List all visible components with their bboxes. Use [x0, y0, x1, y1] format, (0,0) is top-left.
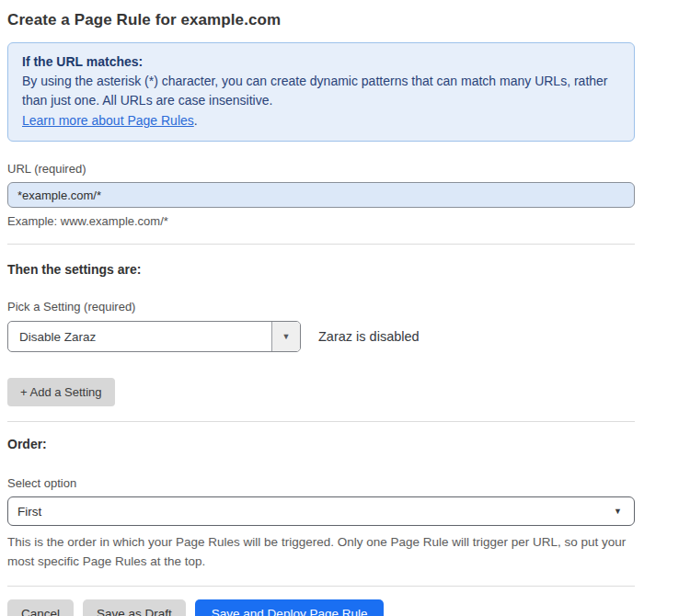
save-and-deploy-button[interactable]: Save and Deploy Page Rule: [195, 599, 385, 616]
order-select-value: First: [17, 505, 41, 519]
url-field-label: URL (required): [7, 162, 86, 176]
setting-select-value: Disable Zaraz: [8, 322, 271, 351]
chevron-down-icon: ▼: [282, 333, 291, 341]
page-title: Create a Page Rule for example.com: [7, 11, 690, 29]
settings-heading: Then the settings are:: [7, 262, 635, 278]
form-actions: Cancel Save as Draft Save and Deploy Pag…: [7, 599, 635, 616]
setting-status-text: Zaraz is disabled: [318, 329, 420, 344]
setting-select[interactable]: Disable Zaraz ▼: [7, 321, 301, 352]
order-helper-text: This is the order in which your Page Rul…: [7, 532, 635, 571]
page-rule-form: Create a Page Rule for example.com If th…: [0, 0, 690, 616]
order-select[interactable]: First ▼: [7, 496, 635, 526]
info-box-body: By using the asterisk (*) character, you…: [22, 72, 618, 110]
url-example-text: Example: www.example.com/*: [7, 214, 635, 229]
url-input[interactable]: [7, 182, 635, 208]
section-divider: [7, 421, 635, 422]
add-setting-button[interactable]: + Add a Setting: [7, 378, 115, 406]
order-heading: Order:: [7, 437, 635, 452]
link-suffix: .: [194, 113, 198, 128]
cancel-button[interactable]: Cancel: [7, 599, 74, 616]
setting-picker-label: Pick a Setting (required): [7, 300, 635, 314]
info-box-heading: If the URL matches:: [22, 52, 620, 72]
order-select-label: Select option: [7, 476, 635, 491]
learn-more-link[interactable]: Learn more about Page Rules: [22, 113, 194, 128]
section-divider: [7, 244, 635, 245]
chevron-down-icon: ▼: [614, 508, 622, 516]
setting-select-arrow-button[interactable]: ▼: [271, 322, 300, 351]
section-divider: [7, 586, 635, 587]
save-as-draft-button[interactable]: Save as Draft: [83, 599, 186, 616]
url-match-info-box: If the URL matches: By using the asteris…: [7, 42, 635, 142]
